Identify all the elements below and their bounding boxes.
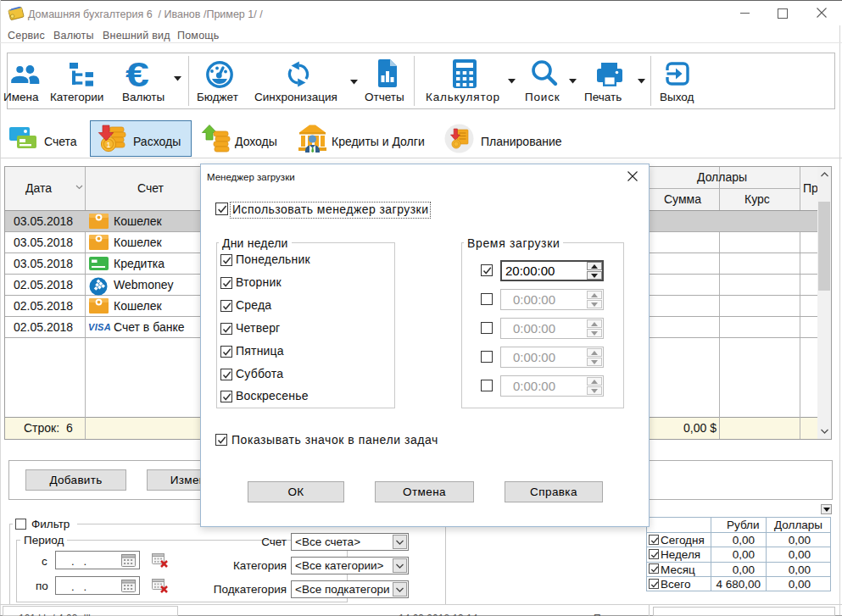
svg-text:1: 1 <box>106 141 110 149</box>
